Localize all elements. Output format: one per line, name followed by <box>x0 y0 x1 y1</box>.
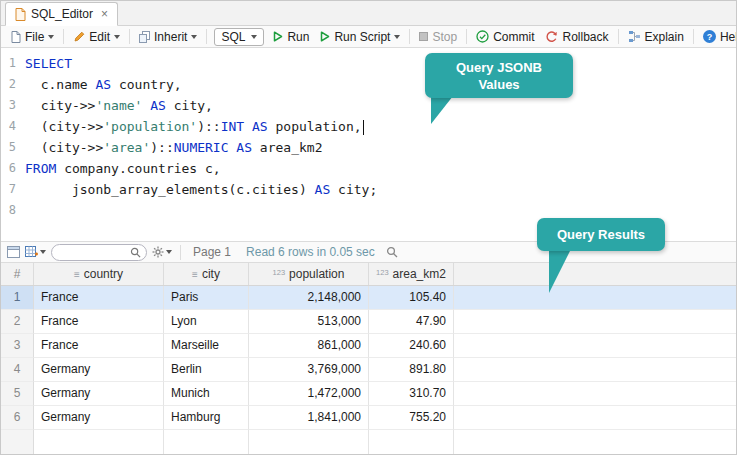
presentation-panel-icon[interactable] <box>7 246 20 258</box>
stop-button[interactable]: Stop <box>414 28 462 46</box>
grid-cell-area_km2[interactable]: 240.60 <box>369 334 454 358</box>
table-row[interactable]: 1FranceParis2,148,000105.40 <box>1 286 737 310</box>
run-script-button[interactable]: Run Script <box>315 28 405 46</box>
grid-cell-country[interactable]: France <box>34 286 164 310</box>
sql-keyword: SELECT <box>25 56 72 71</box>
explain-plan-icon <box>628 30 641 43</box>
table-row[interactable]: 6GermanyHamburg1,841,000755.20 <box>1 406 737 430</box>
text-cursor <box>363 120 365 135</box>
grid-cell-population[interactable]: 1,841,000 <box>249 406 369 430</box>
row-number[interactable]: 5 <box>1 382 34 406</box>
code-line[interactable]: 7 jsonb_array_elements(c.cities) AS city… <box>1 179 737 200</box>
sql-keyword: AS <box>315 182 331 197</box>
new-grid-tab-icon[interactable] <box>25 246 46 258</box>
grid-cell-population[interactable]: 2,148,000 <box>249 286 369 310</box>
grid-cell-country[interactable]: Germany <box>34 406 164 430</box>
grid-cell-country[interactable]: France <box>34 310 164 334</box>
column-header-area_km2[interactable]: 123area_km2 <box>369 263 454 285</box>
run-script-icon <box>320 31 330 42</box>
sql-text: (city->> <box>25 140 103 155</box>
run-button[interactable]: Run <box>268 28 314 46</box>
line-number: 5 <box>1 137 25 158</box>
grid-body: 1FranceParis2,148,000105.402FranceLyon51… <box>1 286 737 455</box>
grid-cell-population[interactable]: 513,000 <box>249 310 369 334</box>
commit-button[interactable]: Commit <box>471 28 539 46</box>
results-filter-box[interactable] <box>51 244 147 261</box>
search-rows-icon[interactable] <box>386 246 398 258</box>
table-row[interactable]: 3FranceMarseille861,000240.60 <box>1 334 737 358</box>
callout-text: Query Results <box>557 226 645 243</box>
code-line[interactable]: 5 (city->>'area')::NUMERIC AS area_km2 <box>1 137 737 158</box>
grid-cell-country[interactable]: Germany <box>34 382 164 406</box>
sql-dialect-select[interactable]: SQL <box>214 28 264 46</box>
table-row[interactable]: 4GermanyBerlin3,769,000891.80 <box>1 358 737 382</box>
inherit-menu-button[interactable]: Inherit <box>134 28 202 46</box>
toolbar-separator <box>180 245 181 260</box>
row-filler <box>454 430 737 455</box>
code-line[interactable]: 3 city->>'name' AS city, <box>1 95 737 116</box>
text-type-icon: ≡ <box>192 269 198 280</box>
grid-cell-city[interactable]: Paris <box>164 286 249 310</box>
tab-close-icon[interactable]: × <box>101 7 108 21</box>
row-number[interactable]: 3 <box>1 334 34 358</box>
grid-settings-button[interactable] <box>152 246 172 258</box>
edit-menu-button[interactable]: Edit <box>68 28 125 46</box>
column-header-city[interactable]: ≡city <box>164 263 249 285</box>
file-menu-button[interactable]: File <box>6 28 59 46</box>
sql-keyword: AS <box>150 98 166 113</box>
sql-editor-window: SQL_Editor × File Edit Inherit SQL <box>0 0 737 455</box>
row-number[interactable]: 2 <box>1 310 34 334</box>
callout-query-results: Query Results <box>537 218 665 251</box>
search-icon <box>130 247 141 258</box>
sql-code-editor[interactable]: 1SELECT2 c.name AS country,3 city->>'nam… <box>1 48 737 241</box>
column-header-population[interactable]: 123population <box>249 263 369 285</box>
main-toolbar: File Edit Inherit SQL Run Run Script <box>1 26 737 48</box>
rollback-button[interactable]: Rollback <box>540 28 613 46</box>
commit-check-icon <box>476 30 489 43</box>
grid-cell-country[interactable]: Germany <box>34 358 164 382</box>
grid-cell-city[interactable]: Hamburg <box>164 406 249 430</box>
explain-label: Explain <box>645 30 684 44</box>
help-menu-button[interactable]: ? Help <box>698 28 737 46</box>
code-line[interactable]: 2 c.name AS country, <box>1 74 737 95</box>
grid-cell-city[interactable]: Munich <box>164 382 249 406</box>
code-text: city->>'name' AS city, <box>25 95 213 116</box>
grid-cell-area_km2[interactable]: 47.90 <box>369 310 454 334</box>
code-text: FROM company.countries c, <box>25 158 221 179</box>
results-filter-input[interactable] <box>57 246 127 258</box>
pencil-icon <box>73 31 85 43</box>
grid-cell-city[interactable]: Berlin <box>164 358 249 382</box>
column-header-label: city <box>202 267 220 281</box>
file-icon <box>11 31 21 43</box>
grid-cell-city[interactable]: Marseille <box>164 334 249 358</box>
grid-cell-area_km2[interactable]: 891.80 <box>369 358 454 382</box>
column-header-label: population <box>289 267 344 281</box>
grid-cell-area_km2[interactable]: 310.70 <box>369 382 454 406</box>
sql-text: country, <box>111 77 181 92</box>
column-header-country[interactable]: ≡country <box>34 263 164 285</box>
grid-cell-country[interactable]: France <box>34 334 164 358</box>
toolbar-separator <box>63 29 64 44</box>
row-number[interactable]: 1 <box>1 286 34 310</box>
grid-cell-area_km2[interactable]: 105.40 <box>369 286 454 310</box>
grid-cell-area_km2[interactable]: 755.20 <box>369 406 454 430</box>
run-script-label: Run Script <box>334 30 390 44</box>
grid-cell-city[interactable]: Lyon <box>164 310 249 334</box>
row-filler <box>454 406 737 430</box>
row-number[interactable]: 4 <box>1 358 34 382</box>
grid-cell-population[interactable]: 861,000 <box>249 334 369 358</box>
text-type-icon: ≡ <box>74 269 80 280</box>
grid-corner-header[interactable]: # <box>1 263 34 285</box>
tab-sql-editor[interactable]: SQL_Editor × <box>5 2 118 26</box>
table-row[interactable]: 2FranceLyon513,00047.90 <box>1 310 737 334</box>
grid-cell-population[interactable]: 3,769,000 <box>249 358 369 382</box>
code-line[interactable]: 4 (city->>'population')::INT AS populati… <box>1 116 737 137</box>
explain-button[interactable]: Explain <box>623 28 689 46</box>
row-number[interactable]: 6 <box>1 406 34 430</box>
code-line[interactable]: 6FROM company.countries c, <box>1 158 737 179</box>
code-line[interactable]: 1SELECT <box>1 53 737 74</box>
inherit-menu-label: Inherit <box>154 30 187 44</box>
grid-cell-population[interactable]: 1,472,000 <box>249 382 369 406</box>
help-icon: ? <box>703 30 716 43</box>
table-row[interactable]: 5GermanyMunich1,472,000310.70 <box>1 382 737 406</box>
